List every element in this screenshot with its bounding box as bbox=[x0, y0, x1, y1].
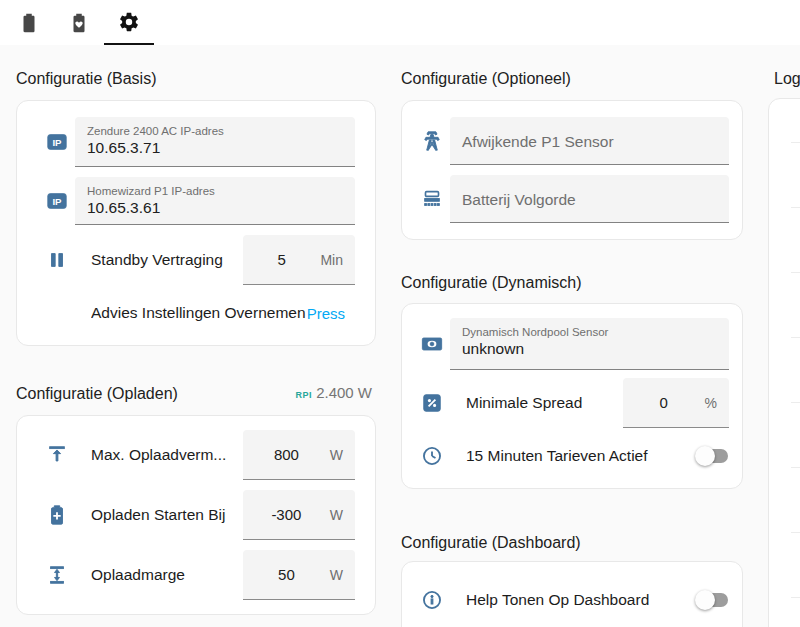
oplaadmarge-label: Oplaadmarge bbox=[91, 566, 243, 584]
opladen-starten-unit: W bbox=[330, 507, 355, 523]
info-icon bbox=[420, 588, 444, 612]
clock-icon bbox=[420, 444, 444, 468]
standby-input[interactable]: 5 Min bbox=[243, 235, 355, 285]
nordpool-sensor-label: Dynamisch Nordpool Sensor bbox=[462, 325, 717, 339]
advies-row: Advies Instellingen Overnemen Press bbox=[33, 295, 355, 331]
card-optioneel: Afwijkende P1 Sensor Batterij Volgorde bbox=[401, 100, 743, 240]
vertical-expand-icon bbox=[45, 563, 69, 587]
help-tonen-toggle[interactable] bbox=[695, 590, 729, 610]
standby-unit: Min bbox=[320, 252, 355, 268]
list-item[interactable] bbox=[791, 468, 800, 533]
opladen-starten-label: Opladen Starten Bij bbox=[91, 506, 243, 524]
tab-settings[interactable] bbox=[104, 0, 154, 45]
pause-icon bbox=[45, 248, 69, 272]
batterij-volgorde-field[interactable]: Batterij Volgorde bbox=[450, 175, 729, 223]
standby-value: 5 bbox=[243, 251, 320, 268]
minimale-spread-row: Minimale Spread 0 % bbox=[418, 378, 729, 428]
homewizard-ip-label: Homewizard P1 IP-adres bbox=[87, 184, 343, 198]
standby-label: Standby Vertraging bbox=[91, 251, 243, 269]
opladen-starten-row: Opladen Starten Bij -300 W bbox=[33, 490, 355, 540]
minimale-spread-input[interactable]: 0 % bbox=[623, 378, 729, 428]
oplaadmarge-row: Oplaadmarge 50 W bbox=[33, 550, 355, 600]
list-item[interactable] bbox=[791, 99, 800, 143]
card-opladen: Max. Oplaadverm... 800 W Opladen Starten… bbox=[16, 415, 376, 615]
section-title-dynamisch: Configuratie (Dynamisch) bbox=[401, 273, 743, 292]
standby-row: Standby Vertraging 5 Min bbox=[33, 235, 355, 285]
icon-spacer bbox=[45, 301, 69, 325]
list-item[interactable] bbox=[791, 143, 800, 208]
minimale-spread-value: 0 bbox=[623, 394, 705, 411]
card-dashboard: Help Tonen Op Dashboard bbox=[401, 561, 743, 627]
max-oplaadvermogen-unit: W bbox=[330, 447, 355, 463]
top-tab-bar bbox=[0, 0, 800, 45]
battery-icon bbox=[18, 12, 40, 34]
tarieven-label: 15 Minuten Tarieven Actief bbox=[466, 447, 695, 465]
badge-power-value: 2.400 W bbox=[316, 383, 372, 402]
max-oplaadvermogen-row: Max. Oplaadverm... 800 W bbox=[33, 430, 355, 480]
zendure-ip-label: Zendure 2400 AC IP-adres bbox=[87, 124, 343, 138]
ip-icon: IP bbox=[45, 189, 69, 213]
list-item[interactable] bbox=[791, 403, 800, 468]
help-tonen-label: Help Tonen Op Dashboard bbox=[466, 591, 695, 609]
tarieven-toggle[interactable] bbox=[695, 446, 729, 466]
tab-battery[interactable] bbox=[4, 0, 54, 45]
toggle-thumb bbox=[695, 446, 715, 466]
battery-heart-icon bbox=[68, 12, 90, 34]
list-item[interactable] bbox=[791, 208, 800, 273]
max-oplaadvermogen-value: 800 bbox=[243, 446, 330, 463]
minimale-spread-label: Minimale Spread bbox=[466, 394, 623, 412]
toggle-thumb bbox=[695, 590, 715, 610]
percent-box-icon bbox=[420, 391, 444, 415]
tarieven-row: 15 Minuten Tarieven Actief bbox=[418, 436, 729, 476]
zendure-ip-field[interactable]: Zendure 2400 AC IP-adres 10.65.3.71 bbox=[75, 117, 355, 167]
card-dynamisch: Dynamisch Nordpool Sensor unknown Minima… bbox=[401, 303, 743, 489]
p1-sensor-row: Afwijkende P1 Sensor bbox=[418, 117, 729, 165]
section-title-optioneel: Configuratie (Optioneel) bbox=[401, 69, 743, 88]
align-top-arrow-icon bbox=[45, 443, 69, 467]
section-title-opladen: Configuratie (Opladen) RPI 2.400 W bbox=[16, 384, 376, 403]
card-log bbox=[768, 98, 800, 627]
oplaadmarge-value: 50 bbox=[243, 566, 330, 583]
power-badge: RPI 2.400 W bbox=[296, 383, 376, 405]
zendure-ip-value: 10.65.3.71 bbox=[87, 138, 343, 157]
batterij-volgorde-row: Batterij Volgorde bbox=[418, 175, 729, 223]
svg-text:IP: IP bbox=[52, 137, 62, 148]
homewizard-ip-field[interactable]: Homewizard P1 IP-adres 10.65.3.61 bbox=[75, 177, 355, 225]
gear-icon bbox=[118, 11, 140, 33]
section-title-dashboard: Configuratie (Dashboard) bbox=[401, 533, 743, 552]
minimale-spread-unit: % bbox=[705, 395, 729, 411]
oplaadmarge-unit: W bbox=[330, 567, 355, 583]
nordpool-sensor-field[interactable]: Dynamisch Nordpool Sensor unknown bbox=[450, 318, 729, 370]
section-title-basis: Configuratie (Basis) bbox=[16, 69, 376, 88]
field-row-zendure-ip: IP Zendure 2400 AC IP-adres 10.65.3.71 bbox=[33, 117, 355, 167]
badge-source-label: RPI bbox=[296, 386, 313, 405]
nordpool-sensor-value: unknown bbox=[462, 339, 717, 358]
nordpool-sensor-row: Dynamisch Nordpool Sensor unknown bbox=[418, 318, 729, 370]
advies-press-button[interactable]: Press bbox=[307, 305, 355, 322]
list-item[interactable] bbox=[791, 598, 800, 627]
field-row-homewizard-ip: IP Homewizard P1 IP-adres 10.65.3.61 bbox=[33, 177, 355, 225]
svg-text:IP: IP bbox=[52, 196, 62, 207]
transmission-tower-icon bbox=[420, 129, 444, 153]
card-basis: IP Zendure 2400 AC IP-adres 10.65.3.71 I… bbox=[16, 100, 376, 346]
ip-icon: IP bbox=[45, 130, 69, 154]
help-tonen-row: Help Tonen Op Dashboard bbox=[418, 580, 729, 620]
homewizard-ip-value: 10.65.3.61 bbox=[87, 198, 343, 217]
max-oplaadvermogen-label: Max. Oplaadverm... bbox=[91, 446, 243, 464]
battery-plus-icon bbox=[45, 503, 69, 527]
oplaadmarge-input[interactable]: 50 W bbox=[243, 550, 355, 600]
advies-label: Advies Instellingen Overnemen bbox=[91, 304, 307, 322]
max-oplaadvermogen-input[interactable]: 800 W bbox=[243, 430, 355, 480]
opladen-starten-value: -300 bbox=[243, 506, 330, 523]
cash-icon bbox=[420, 332, 444, 356]
section-title-log: Log bbox=[768, 69, 800, 88]
tab-battery-heart[interactable] bbox=[54, 0, 104, 45]
list-item[interactable] bbox=[791, 533, 800, 598]
list-item[interactable] bbox=[791, 273, 800, 338]
battery-order-icon bbox=[420, 187, 444, 211]
list-item[interactable] bbox=[791, 338, 800, 403]
batterij-volgorde-placeholder: Batterij Volgorde bbox=[462, 190, 576, 209]
afwijkende-p1-sensor-field[interactable]: Afwijkende P1 Sensor bbox=[450, 117, 729, 165]
opladen-starten-input[interactable]: -300 W bbox=[243, 490, 355, 540]
afwijkende-p1-sensor-placeholder: Afwijkende P1 Sensor bbox=[462, 132, 614, 151]
